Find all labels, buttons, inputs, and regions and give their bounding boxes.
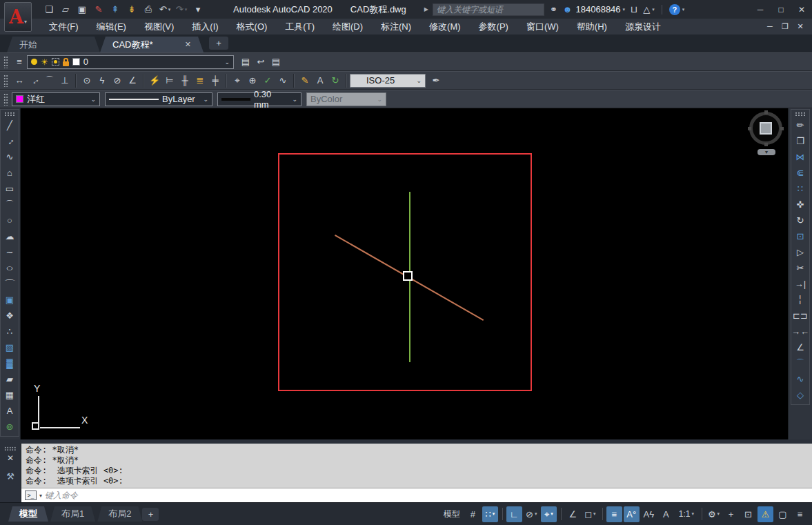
- redo-icon[interactable]: ↷▾: [174, 2, 189, 17]
- auto-annotation-scale-icon[interactable]: Aϟ: [641, 506, 657, 522]
- construction-line-icon[interactable]: ↔: [1, 133, 19, 149]
- quick-dim-icon[interactable]: ⚡: [147, 73, 162, 88]
- blend-icon[interactable]: ∿: [791, 371, 809, 387]
- angular-icon[interactable]: ∠: [125, 73, 140, 88]
- radius-icon[interactable]: ⊙: [79, 73, 95, 88]
- lineweight-dropdown[interactable]: 0.30 mm ⌄: [217, 92, 301, 106]
- a360-icon[interactable]: △: [643, 4, 650, 14]
- command-input-placeholder[interactable]: 键入命令: [45, 490, 78, 502]
- add-selected-icon[interactable]: ⊚: [1, 419, 19, 435]
- extend-icon[interactable]: →|: [791, 276, 809, 292]
- command-history[interactable]: 命令: *取消*命令: *取消*命令: 选项卡索引 <0>:命令: 选项卡索引 …: [21, 444, 812, 488]
- menu-item[interactable]: 插入(I): [183, 19, 227, 34]
- menu-item[interactable]: 标注(N): [372, 19, 420, 34]
- scale-icon[interactable]: ⊡: [791, 228, 809, 244]
- otrack-icon[interactable]: ◻▾: [582, 506, 598, 522]
- menu-item[interactable]: 源泉设计: [616, 19, 670, 34]
- move-icon[interactable]: ✜: [791, 197, 809, 212]
- revision-cloud-icon[interactable]: ☁: [1, 228, 19, 244]
- layout-tab-model[interactable]: 模型: [8, 506, 48, 522]
- toolbar-drag-handle[interactable]: [3, 56, 8, 68]
- doc-close-button[interactable]: ✕: [793, 22, 808, 31]
- osnap-icon[interactable]: ⌖▾: [541, 506, 557, 522]
- hardware-acceleration-icon[interactable]: ⚠: [757, 506, 773, 522]
- menu-item[interactable]: 窗口(W): [517, 19, 568, 34]
- polygon-icon[interactable]: ⌂: [1, 165, 19, 181]
- annotation-scale-value[interactable]: 1:1▾: [675, 506, 697, 522]
- grid-icon[interactable]: #: [465, 506, 481, 522]
- toolbar-drag-handle[interactable]: [3, 93, 8, 106]
- fillet-icon[interactable]: ⌒: [791, 355, 809, 371]
- arc-length-icon[interactable]: ⌒: [42, 73, 57, 88]
- table-icon[interactable]: ▦: [1, 387, 19, 403]
- clean-screen-icon[interactable]: ▢: [775, 506, 791, 522]
- layout-tab-layout1[interactable]: 布局1: [50, 506, 95, 522]
- menu-item[interactable]: 视图(V): [135, 19, 183, 34]
- qat-customize-icon[interactable]: ▾: [190, 2, 206, 17]
- arc-icon[interactable]: ⌒: [1, 197, 19, 212]
- polar-tracking-icon[interactable]: ⊘▾: [524, 506, 539, 522]
- ellipse-arc-icon[interactable]: ⌒: [1, 276, 19, 292]
- mtext-icon[interactable]: A: [1, 403, 19, 419]
- dim-style-dropdown[interactable]: ISO-25 ⌄: [350, 74, 426, 88]
- close-button[interactable]: ✕: [791, 1, 812, 18]
- dim-edit-icon[interactable]: ✎: [297, 73, 313, 88]
- user-icon[interactable]: ☻: [563, 4, 573, 14]
- create-block-icon[interactable]: ❖: [1, 308, 19, 324]
- dim-update-icon[interactable]: ↻: [328, 73, 343, 88]
- continue-dim-icon[interactable]: ╫: [177, 73, 192, 88]
- new-layout-button[interactable]: +: [142, 508, 159, 521]
- menu-item[interactable]: 格式(O): [228, 19, 277, 34]
- cart-icon[interactable]: ⊔: [631, 4, 637, 14]
- drawing-canvas[interactable]: ▼ Y X: [21, 108, 788, 439]
- snap-icon[interactable]: ∷▾: [482, 506, 498, 522]
- mirror-icon[interactable]: ⋈: [791, 149, 809, 165]
- copy-icon[interactable]: ❐: [791, 133, 809, 149]
- ellipse-icon[interactable]: ○: [1, 260, 19, 276]
- jogged-icon[interactable]: ϟ: [95, 73, 110, 88]
- doc-restore-button[interactable]: ❐: [778, 22, 793, 31]
- command-prompt-icon[interactable]: >_: [25, 491, 37, 500]
- command-drag-handle[interactable]: [4, 446, 17, 450]
- layer-previous-icon[interactable]: ↩: [253, 55, 268, 70]
- dim-jogline-icon[interactable]: ∿: [275, 73, 290, 88]
- isolate-objects-icon[interactable]: ⊡: [740, 506, 756, 522]
- linetype-dropdown[interactable]: ByLayer ⌄: [105, 92, 212, 106]
- tab-start[interactable]: 开始: [7, 37, 100, 52]
- diameter-icon[interactable]: ⊘: [110, 73, 125, 88]
- maximize-button[interactable]: □: [771, 1, 791, 18]
- command-dropdown-icon[interactable]: ▾: [39, 493, 42, 499]
- region-icon[interactable]: ▰: [1, 371, 19, 387]
- offset-icon[interactable]: ⋐: [791, 165, 809, 181]
- search-input[interactable]: [433, 3, 544, 16]
- viewcube-top-face[interactable]: [760, 122, 772, 135]
- menu-item[interactable]: 编辑(E): [88, 19, 135, 34]
- explode-icon[interactable]: ◇: [791, 387, 809, 403]
- annotation-visibility-icon[interactable]: A°: [624, 506, 640, 522]
- dim-space-icon[interactable]: ≣: [192, 73, 208, 88]
- polyline-icon[interactable]: ∿: [1, 149, 19, 165]
- a360-dropdown-icon[interactable]: ▾: [652, 7, 655, 12]
- aligned-dimension-icon[interactable]: ↔: [27, 73, 42, 88]
- user-dropdown-icon[interactable]: ▾: [623, 7, 626, 12]
- hatch-icon[interactable]: ▨: [1, 339, 19, 355]
- save-icon[interactable]: ▣: [75, 2, 90, 17]
- dim-text-edit-icon[interactable]: A: [313, 73, 328, 88]
- isodraft-icon[interactable]: ∠: [565, 506, 581, 522]
- break-icon[interactable]: ⊏⊐: [791, 308, 809, 324]
- binoculars-search-icon[interactable]: ⚭: [550, 4, 557, 14]
- new-tab-button[interactable]: +: [209, 37, 228, 50]
- spline-icon[interactable]: ∼: [1, 244, 19, 260]
- point-icon[interactable]: ∴: [1, 324, 19, 339]
- dim-style-manager-icon[interactable]: ✒: [428, 73, 444, 88]
- help-icon[interactable]: ?: [669, 4, 680, 15]
- layer-properties-manager-icon[interactable]: ≡: [12, 55, 27, 70]
- crosshair-plus-icon[interactable]: +: [723, 506, 739, 522]
- color-dropdown[interactable]: 洋红 ⌄: [12, 92, 100, 106]
- stretch-icon[interactable]: ▷: [791, 244, 809, 260]
- tab-close-icon[interactable]: ✕: [185, 40, 191, 49]
- open-file-icon[interactable]: ▱: [58, 2, 73, 17]
- command-customize-wrench-icon[interactable]: ⚒: [6, 471, 14, 482]
- tab-document-active[interactable]: CAD教程* ✕: [100, 37, 204, 52]
- toolbar-drag-handle[interactable]: [3, 75, 8, 87]
